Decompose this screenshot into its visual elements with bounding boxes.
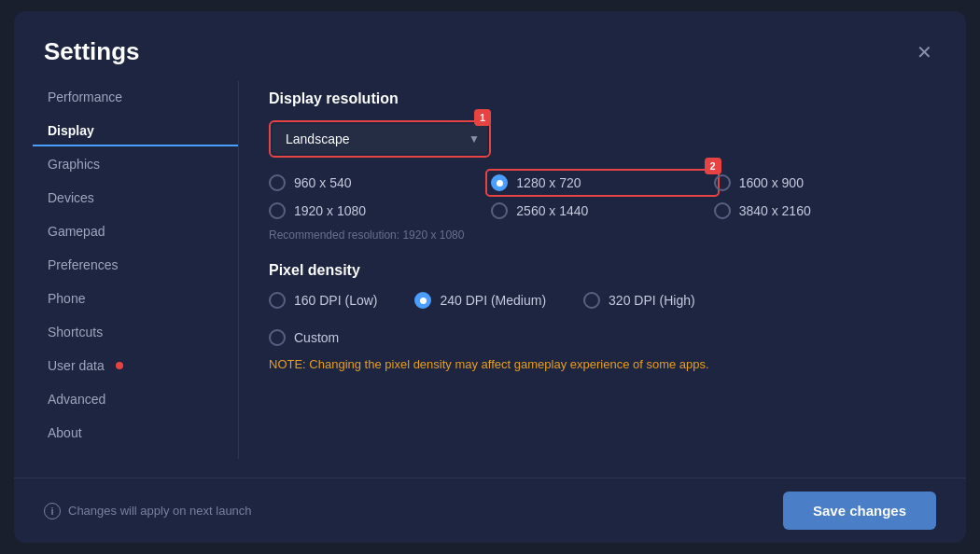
sidebar: Performance Display Graphics Devices Gam… [14,81,238,478]
display-resolution-section: Display resolution 1 Landscape Portrait … [269,90,936,242]
orientation-dropdown-outline: 1 Landscape Portrait ▼ [269,120,491,158]
orientation-container: 1 Landscape Portrait ▼ [269,120,491,158]
sidebar-label-graphics: Graphics [48,157,100,172]
radio-circle-160dpi [269,292,286,309]
radio-circle-960 [269,174,286,191]
resolution-option-1600[interactable]: 1600 x 900 [714,174,936,191]
footer-info-text: Changes will apply on next launch [68,504,252,518]
resolution-option-1280[interactable]: 2 1280 x 720 [491,174,713,191]
modal-header: Settings ✕ [14,11,966,81]
recommended-resolution-text: Recommended resolution: 1920 x 1080 [269,229,936,242]
resolution-grid: 960 x 540 2 1280 x 720 1600 x 900 [269,174,936,219]
info-icon: i [44,503,61,519]
sidebar-label-performance: Performance [48,90,122,104]
sidebar-item-advanced[interactable]: Advanced [33,383,238,415]
resolution-option-960[interactable]: 960 x 540 [269,174,491,191]
density-option-320[interactable]: 320 DPI (High) [583,292,695,309]
radio-circle-320dpi [583,292,600,309]
radio-circle-custom [269,329,286,346]
pixel-density-title: Pixel density [269,262,936,279]
radio-label-1920: 1920 x 1080 [294,203,366,218]
resolution-option-3840[interactable]: 3840 x 2160 [714,202,936,219]
sidebar-label-devices: Devices [48,190,94,205]
sidebar-label-phone: Phone [48,291,85,306]
radio-label-240dpi: 240 DPI (Medium) [440,293,546,308]
radio-circle-1920 [269,202,286,219]
sidebar-label-shortcuts: Shortcuts [48,325,103,339]
sidebar-item-display[interactable]: Display [33,115,238,146]
sidebar-label-preferences: Preferences [48,257,118,272]
pixel-density-note: NOTE: Changing the pixel density may aff… [269,357,936,371]
sidebar-item-phone[interactable]: Phone [33,283,238,314]
sidebar-label-advanced: Advanced [48,392,105,407]
radio-label-160dpi: 160 DPI (Low) [294,293,377,308]
sidebar-label-gamepad: Gamepad [48,224,105,239]
radio-label-2560: 2560 x 1440 [516,203,588,218]
orientation-select[interactable]: Landscape Portrait [273,124,487,154]
close-button[interactable]: ✕ [913,39,936,65]
sidebar-label-user-data: User data [48,358,105,373]
sidebar-item-shortcuts[interactable]: Shortcuts [33,316,238,348]
modal-body: Performance Display Graphics Devices Gam… [14,81,966,478]
sidebar-item-user-data[interactable]: User data [33,350,238,381]
sidebar-item-performance[interactable]: Performance [33,81,238,113]
radio-label-1600: 1600 x 900 [739,175,804,190]
radio-circle-3840 [714,202,731,219]
main-content: Display resolution 1 Landscape Portrait … [239,81,966,478]
sidebar-item-graphics[interactable]: Graphics [33,148,238,180]
sidebar-item-devices[interactable]: Devices [33,182,238,214]
resolution-highlight-badge: 2 [705,158,721,174]
density-grid-row1: 160 DPI (Low) 240 DPI (Medium) 320 DPI (… [269,292,936,318]
pixel-density-section: Pixel density 160 DPI (Low) 240 DPI (Med… [269,262,936,371]
sidebar-label-display: Display [48,123,94,138]
orientation-badge: 1 [474,109,491,126]
density-option-custom[interactable]: Custom [269,329,339,346]
sidebar-item-preferences[interactable]: Preferences [33,249,238,281]
resolution-option-2560[interactable]: 2560 x 1440 [491,202,713,219]
radio-circle-1280 [491,174,508,191]
resolution-option-1920[interactable]: 1920 x 1080 [269,202,491,219]
sidebar-label-about: About [48,425,82,440]
modal-title: Settings [44,37,140,66]
footer-info: i Changes will apply on next launch [44,503,252,519]
sidebar-item-about[interactable]: About [33,417,238,449]
settings-modal: Settings ✕ Performance Display Graphics … [14,11,966,543]
density-grid-row2: Custom [269,329,936,346]
radio-label-3840: 3840 x 2160 [739,203,811,218]
radio-label-1280: 1280 x 720 [516,175,581,190]
save-changes-button[interactable]: Save changes [783,492,936,530]
modal-footer: i Changes will apply on next launch Save… [14,478,966,543]
radio-label-960: 960 x 540 [294,175,352,190]
user-data-badge [116,362,123,369]
radio-label-custom: Custom [294,330,339,345]
radio-circle-2560 [491,202,508,219]
radio-label-320dpi: 320 DPI (High) [609,293,695,308]
sidebar-item-gamepad[interactable]: Gamepad [33,215,238,247]
display-resolution-title: Display resolution [269,90,936,107]
radio-circle-1600 [714,174,731,191]
radio-circle-240dpi [414,292,431,309]
density-option-240[interactable]: 240 DPI (Medium) [414,292,546,309]
density-option-160[interactable]: 160 DPI (Low) [269,292,377,309]
